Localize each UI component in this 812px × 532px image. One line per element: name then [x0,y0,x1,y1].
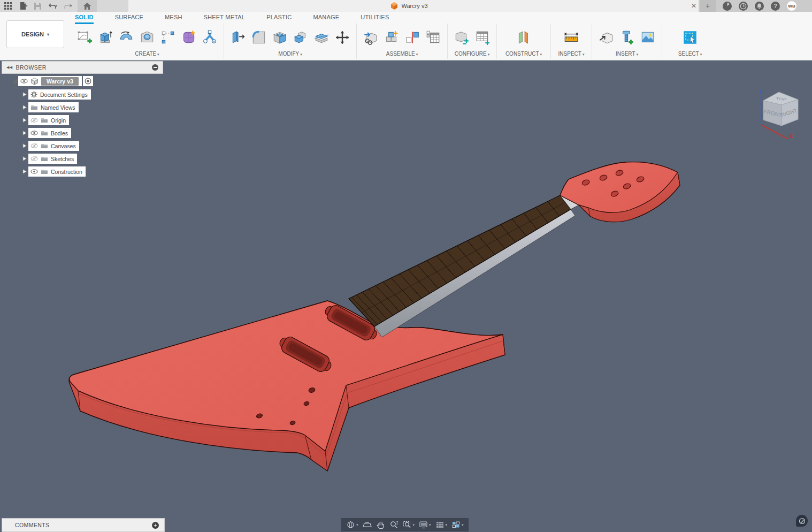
app-grid-icon[interactable] [3,1,13,11]
grid-settings-tool[interactable]: ▾ [434,518,449,531]
insert-fastener-icon[interactable] [617,26,637,49]
visibility-hidden-eye-icon[interactable] [30,156,38,162]
measure-icon[interactable] [562,26,581,49]
comments-bar[interactable]: COMMENTS + [2,518,165,532]
move-copy-icon[interactable] [333,26,352,49]
new-tab-icon[interactable]: + [700,0,716,12]
ribbon-groups: CREATE MODIFY [71,24,718,59]
pan-tool[interactable] [374,518,387,531]
expand-arrow-icon[interactable] [21,142,28,150]
select-icon[interactable] [680,26,700,49]
expand-arrow-icon[interactable] [21,155,28,163]
expand-arrow-icon[interactable] [21,104,28,111]
activate-component-radio[interactable] [83,76,93,86]
generative-study-icon[interactable] [200,26,219,49]
joint-icon[interactable] [403,26,422,49]
close-tab-icon[interactable]: ✕ [689,0,699,12]
tab-plastic[interactable]: PLASTIC [266,14,292,24]
tab-manage[interactable]: MANAGE [313,14,339,24]
folder-icon [41,156,48,162]
configuration-icon[interactable] [452,26,471,49]
create-sketch-icon[interactable] [75,26,94,49]
help-icon[interactable]: ? [771,2,780,11]
group-create: CREATE [71,24,224,59]
visibility-hidden-eye-icon[interactable] [30,117,38,123]
visibility-eye-icon[interactable] [30,130,38,136]
group-label-construct[interactable]: CONSTRUCT [497,51,550,59]
visibility-hidden-eye-icon[interactable] [30,143,38,149]
document-tab[interactable]: Warcry v3 [128,0,690,12]
fit-tool[interactable]: ▾ [401,518,417,531]
visibility-eye-icon[interactable] [30,169,38,174]
group-inspect: INSPECT [551,24,592,59]
expand-arrow-icon[interactable] [21,168,28,176]
press-pull-icon[interactable] [228,26,248,49]
tab-surface[interactable]: SURFACE [115,14,143,24]
group-label-select[interactable]: SELECT [662,51,718,59]
zoom-tool[interactable] [388,518,400,531]
group-label-configure[interactable]: CONFIGURE [448,51,496,59]
tab-solid[interactable]: SOLID [75,14,94,24]
feedback-bubble-icon[interactable] [796,515,808,527]
x-axis-line [761,125,790,139]
group-label-assemble[interactable]: ASSEMBLE [357,51,447,59]
tree-row-root: Warcry v3 [11,76,93,86]
expand-arrow-icon[interactable] [21,91,28,98]
model-viewport[interactable]: ◀◀ BROWSER Warcry v3 Do [0,60,812,532]
workspace-label: DESIGN [21,31,44,37]
group-label-insert[interactable]: INSERT [592,51,662,59]
workspace-switcher[interactable]: DESIGN [6,20,64,48]
group-label-create[interactable]: CREATE [71,51,224,59]
new-component-icon[interactable] [382,26,401,49]
look-at-tool[interactable] [361,518,373,531]
tab-mesh[interactable]: MESH [165,14,182,24]
extrude-icon[interactable] [96,26,115,49]
expand-arrow-icon[interactable] [21,130,28,137]
tab-sheet-metal[interactable]: SHEET METAL [204,14,246,24]
expand-arrow-icon[interactable] [21,117,28,124]
tree-item-label: Construction [51,169,82,175]
group-label-modify[interactable]: MODIFY [224,51,356,59]
tree-row-named-views: Named Views [21,102,79,112]
folder-icon [41,143,48,149]
split-body-icon[interactable] [312,26,331,49]
insert-mesh-icon[interactable] [596,26,616,49]
expand-arrow-open-icon[interactable] [11,78,18,85]
viewports-icon [451,520,461,529]
display-settings-tool[interactable]: ▾ [417,518,433,531]
undo-caret[interactable]: ▾ [56,4,58,8]
orbit-tool[interactable]: ▾ [344,518,360,531]
user-avatar[interactable]: WB [787,1,796,11]
guitar-neck [349,191,579,337]
redo-caret[interactable]: ▾ [70,4,72,8]
viewports-tool[interactable]: ▾ [450,518,465,531]
save-icon[interactable] [33,1,43,11]
construction-plane-icon[interactable] [514,26,533,49]
add-comment-icon[interactable]: + [152,522,159,529]
browser-collapse-icon[interactable]: ◀◀ [6,65,13,70]
visibility-eye-icon[interactable] [20,78,28,84]
insert-derive-icon[interactable] [361,26,380,49]
fillet-icon[interactable] [249,26,269,49]
notifications-bell-icon[interactable] [755,2,764,11]
create-form-icon[interactable] [179,26,198,49]
group-label-inspect[interactable]: INSPECT [551,51,592,59]
revolve-icon[interactable] [117,26,136,49]
view-cube[interactable]: Z X TOP FRONT RIGHT [752,75,810,139]
look-at-icon [363,520,372,529]
combine-icon[interactable] [291,26,310,49]
file-home-tile[interactable] [78,0,97,12]
insert-canvas-icon[interactable] [638,26,657,49]
file-menu-caret[interactable]: ▾ [26,4,28,8]
tab-utilities[interactable]: UTILITIES [361,14,389,24]
browser-minimize-icon[interactable] [152,64,158,71]
extensions-icon[interactable] [723,2,732,11]
hole-icon[interactable] [137,26,157,49]
tree-row-canvases: Canvases [21,141,79,151]
configuration-table-icon[interactable] [473,26,492,49]
shell-icon[interactable] [270,26,289,49]
root-component-label[interactable]: Warcry v3 [41,77,79,86]
pattern-icon[interactable] [158,26,178,49]
job-status-clock-icon[interactable] [739,2,748,11]
bom-table-icon[interactable] [424,26,443,49]
